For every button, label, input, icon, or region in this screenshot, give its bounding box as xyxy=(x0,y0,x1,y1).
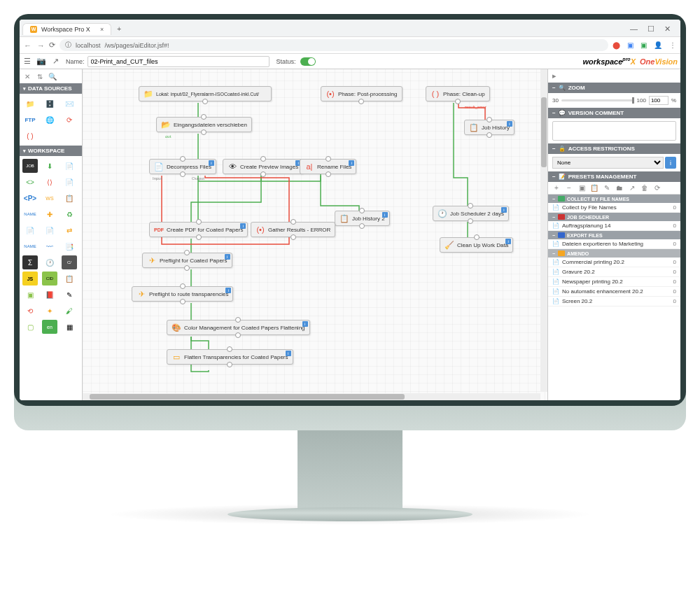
preset-import-icon[interactable]: 🖿 xyxy=(615,184,624,192)
filter-icon[interactable]: ✕ xyxy=(22,71,32,81)
preset-item[interactable]: 📄Newspaper printing 20.20 xyxy=(548,277,680,287)
version-comment-header[interactable]: −💬 VERSION COMMENT xyxy=(548,108,680,118)
export-icon[interactable]: ↗ xyxy=(50,57,60,66)
access-restrictions-header[interactable]: −🔒 ACCESS RESTRICTIONS xyxy=(548,143,680,154)
preset-item[interactable]: 📄Gravure 20.20 xyxy=(548,267,680,277)
canvas-scrollbar-horizontal[interactable] xyxy=(83,393,540,400)
tool-job-icon[interactable]: JOB xyxy=(22,159,38,173)
tool-p-icon[interactable]: <P> xyxy=(22,191,38,205)
tool-pencil-icon[interactable]: ✎ xyxy=(62,288,77,302)
preset-item[interactable]: 📄Collect by File Names0 xyxy=(548,203,680,213)
tool-js-icon[interactable]: 📄 xyxy=(62,175,77,189)
zoom-input[interactable] xyxy=(649,96,668,105)
tool-grid-icon[interactable]: ▦ xyxy=(62,320,77,334)
extension-icon-1[interactable]: ⬤ xyxy=(612,41,620,49)
profile-icon[interactable]: 👤 xyxy=(654,41,662,49)
presets-management-header[interactable]: −📝 PRESETS MANAGEMENT xyxy=(548,171,680,182)
reload-button[interactable]: ⟳ xyxy=(49,41,55,50)
node-job-history2[interactable]: 📋 Job History 2 i xyxy=(335,211,390,226)
preset-remove-icon[interactable]: − xyxy=(565,184,573,192)
tool-ftp-icon[interactable]: FTP xyxy=(22,113,38,127)
tool-brush-icon[interactable]: 🖌 xyxy=(62,304,77,318)
tool-sq-icon[interactable]: ▢ xyxy=(22,320,38,334)
tool-loop-icon[interactable]: ⟲ xyxy=(22,304,38,318)
tool-en-icon[interactable]: en xyxy=(42,320,57,334)
tool-node-icon[interactable]: ( ) xyxy=(22,129,38,143)
tool-sigma-icon[interactable]: Σ xyxy=(22,255,38,269)
tab-close-icon[interactable]: × xyxy=(100,26,104,33)
node-job-scheduler[interactable]: 🕐 Job Scheduler 2 days i xyxy=(433,206,509,221)
tool-cp-icon[interactable]: 📋 xyxy=(62,191,77,205)
tool-clip-icon[interactable]: 📋 xyxy=(62,272,77,286)
collapse-icon[interactable]: ▸ xyxy=(552,71,556,80)
preset-item[interactable]: 📄Screen 20.20 xyxy=(548,297,680,306)
node-phase-cleanup[interactable]: ( ) Phase: Clean-up result_error xyxy=(426,86,490,101)
node-color-mgmt[interactable]: 🎨 Color Management for Coated Papers Fla… xyxy=(167,320,310,335)
node-create-pdf[interactable]: PDF Create PDF for Coated Papers i xyxy=(149,222,248,237)
tool-http-icon[interactable]: 🌐 xyxy=(42,113,57,127)
tool-cid-icon[interactable]: CID xyxy=(42,272,57,286)
preset-item[interactable]: 📄Commercial printing 20.20 xyxy=(548,258,680,267)
access-restrictions-select[interactable]: None xyxy=(552,157,664,169)
preset-refresh-icon[interactable]: ⟳ xyxy=(653,184,662,192)
workflow-canvas[interactable]: 📁 Lokal: input/02_Flyeralarm-ISOCoated-i… xyxy=(83,69,547,400)
forward-button[interactable]: → xyxy=(37,41,45,50)
node-preflight-coated[interactable]: ✈ Preflight for Coated Papers i xyxy=(142,253,232,268)
tool-star-icon[interactable]: ✦ xyxy=(42,304,57,318)
tool-phase-icon[interactable]: ⟳ xyxy=(62,113,77,127)
sort-icon[interactable]: ⇅ xyxy=(35,71,45,81)
preset-item[interactable]: 📄Auftragsplanung 140 xyxy=(548,221,680,231)
preset-copy-icon[interactable]: ▣ xyxy=(578,184,586,192)
preset-trash-icon[interactable]: 🗑 xyxy=(640,184,649,192)
node-clean-up[interactable]: 🧹 Clean Up Work Data i xyxy=(440,237,513,253)
workspace-panel-header[interactable]: WORKSPACE xyxy=(20,146,82,156)
browser-tab[interactable]: W Workspace Pro X × xyxy=(22,23,111,35)
job-scheduler-subsection[interactable]: −JOB SCHEDULER xyxy=(548,213,680,221)
node-input-folder[interactable]: 📁 Lokal: input/02_Flyeralarm-ISOCoated-i… xyxy=(139,86,272,101)
node-decompress[interactable]: 📄 Decompress Files i Input Output xyxy=(149,159,216,174)
maximize-button[interactable]: ☐ xyxy=(648,24,654,34)
tool-cross-icon[interactable]: ✚ xyxy=(42,207,57,221)
preset-item[interactable]: 📄Dateien exportieren to Marketing0 xyxy=(548,239,680,249)
preset-add-icon[interactable]: + xyxy=(552,184,561,192)
tool-name-icon[interactable]: NAME xyxy=(22,207,38,221)
tool-ws-icon[interactable]: WS xyxy=(42,191,57,205)
node-phase-post[interactable]: (•) Phase: Post-processing xyxy=(321,86,402,101)
minimize-button[interactable]: — xyxy=(630,24,638,34)
tool-wave-icon[interactable]: 〰 xyxy=(42,239,57,253)
menu-icon[interactable]: ☰ xyxy=(22,57,32,66)
tool-download-icon[interactable]: ⬇ xyxy=(42,159,57,173)
tool-green-icon[interactable]: ▣ xyxy=(22,288,38,302)
tool-code-icon[interactable]: <> xyxy=(22,175,38,189)
node-gather-results[interactable]: (•) Gather Results - ERROR xyxy=(251,222,335,237)
site-info-icon[interactable]: ⓘ xyxy=(65,41,71,50)
tool-swap-icon[interactable]: ⇄ xyxy=(62,223,77,237)
collect-subsection[interactable]: −COLLECT BY FILE NAMES xyxy=(548,195,680,203)
menu-icon[interactable]: ⋮ xyxy=(669,41,676,49)
tool-data-icon[interactable]: ⟨⟩ xyxy=(42,175,57,189)
address-bar[interactable]: ⓘ localhost/ws/pages/aiEditor.jsf#! xyxy=(59,39,608,51)
preset-export-icon[interactable]: ↗ xyxy=(628,184,636,192)
node-flatten[interactable]: ▭ Flatten Transparencies for Coated Pape… xyxy=(167,349,293,365)
node-preflight-transp[interactable]: ✈ Preflight to route transparencies i xyxy=(132,286,233,302)
tool-doc3-icon[interactable]: 📄 xyxy=(42,223,57,237)
status-toggle[interactable] xyxy=(300,57,316,66)
workflow-name-input[interactable] xyxy=(88,56,270,67)
tool-clock-icon[interactable]: 🕐 xyxy=(42,255,57,269)
amendo-subsection[interactable]: −AMENDO xyxy=(548,249,680,258)
preset-item[interactable]: 📄No automatic enhancement 20.20 xyxy=(548,287,680,297)
export-subsection[interactable]: −EXPORT FILES xyxy=(548,231,680,239)
access-info-icon[interactable]: i xyxy=(665,157,676,169)
preset-edit-icon[interactable]: ✎ xyxy=(603,184,611,192)
data-sources-panel-header[interactable]: DATA SOURCES xyxy=(20,83,82,94)
tool-js2-icon[interactable]: JS xyxy=(22,272,38,286)
close-window-button[interactable]: ✕ xyxy=(664,24,671,34)
new-tab-button[interactable]: + xyxy=(111,24,127,34)
zoom-slider[interactable] xyxy=(561,99,634,101)
tool-doc4-icon[interactable]: 📑 xyxy=(62,239,77,253)
node-move-input[interactable]: 📂 Eingangsdateien verschieben out xyxy=(156,117,252,132)
back-button[interactable]: ← xyxy=(24,41,31,50)
tool-ci-icon[interactable]: C/ xyxy=(62,255,77,269)
extension-icon-3[interactable]: ▣ xyxy=(640,41,647,49)
tool-archive-icon[interactable]: 🗄️ xyxy=(42,97,57,111)
